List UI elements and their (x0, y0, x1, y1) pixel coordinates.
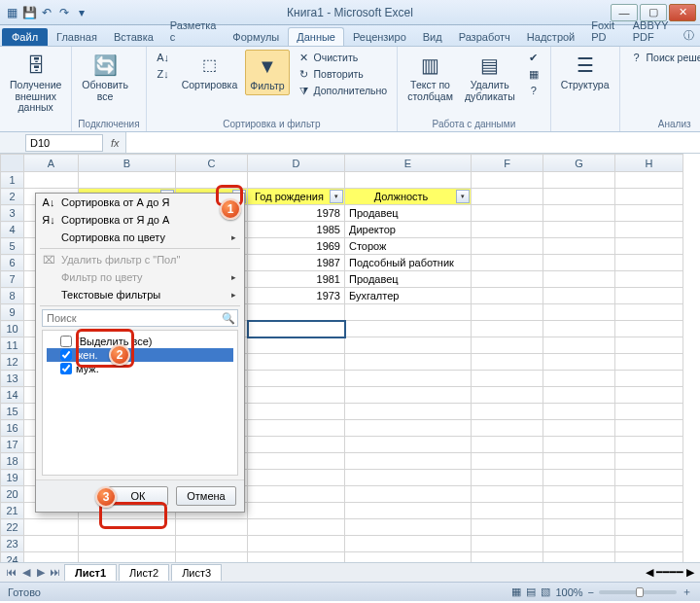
cell[interactable] (615, 304, 683, 321)
cell[interactable] (543, 371, 615, 387)
cell[interactable] (615, 255, 683, 271)
col-header[interactable]: B (79, 155, 176, 172)
cell[interactable] (615, 437, 683, 453)
cell[interactable] (615, 486, 683, 503)
row-header[interactable]: 4 (1, 222, 24, 238)
row-header[interactable]: 9 (1, 304, 24, 321)
cell[interactable] (472, 271, 543, 288)
cell[interactable] (615, 271, 683, 288)
refresh-all-button[interactable]: 🔄Обновить все (78, 50, 132, 104)
sort-za-button[interactable]: Z↓ (153, 66, 174, 82)
tab-data[interactable]: Данные (288, 27, 344, 46)
row-header[interactable]: 20 (1, 486, 24, 503)
tab-abbyy[interactable]: ABBYY PDF (625, 17, 677, 46)
cell[interactable]: Должность▾ (345, 189, 472, 205)
cell[interactable]: Год рождения▾ (248, 189, 345, 205)
cell[interactable] (176, 519, 248, 536)
reapply-filter-button[interactable]: ↻Повторить (294, 66, 392, 82)
cell[interactable] (472, 172, 543, 189)
col-header[interactable]: A (24, 155, 79, 172)
cell[interactable] (248, 470, 345, 486)
cell[interactable]: Продавец (345, 205, 472, 222)
cell[interactable] (543, 404, 615, 420)
cell[interactable] (345, 536, 472, 552)
row-header[interactable]: 10 (1, 321, 24, 337)
next-sheet-icon[interactable]: ▶ (33, 566, 48, 579)
cell[interactable] (615, 503, 683, 519)
cell[interactable] (176, 172, 248, 189)
whatif-button[interactable]: ? (523, 83, 544, 98)
col-header[interactable]: G (543, 155, 615, 172)
cell[interactable] (615, 387, 683, 404)
cell[interactable] (615, 470, 683, 486)
text-filters-item[interactable]: Текстовые фильтры▸ (36, 286, 244, 303)
cell[interactable] (345, 503, 472, 519)
clear-filter-button[interactable]: ✕Очистить (294, 50, 392, 65)
tab-formulas[interactable]: Формулы (225, 28, 287, 46)
cell[interactable] (543, 255, 615, 271)
filter-values-list[interactable]: (Выделить все) жен. муж. (42, 330, 238, 476)
cell[interactable] (79, 172, 176, 189)
col-header[interactable]: E (345, 155, 472, 172)
row-header[interactable]: 8 (1, 288, 24, 304)
cell[interactable] (79, 552, 176, 563)
validation-button[interactable]: ✔ (523, 50, 544, 65)
cell[interactable] (345, 172, 472, 189)
select-all-checkbox[interactable]: (Выделить все) (47, 335, 233, 348)
zoom-out-icon[interactable]: − (588, 586, 594, 598)
cell[interactable] (472, 536, 543, 552)
row-header[interactable]: 22 (1, 519, 24, 536)
cell[interactable] (543, 189, 615, 205)
cell[interactable] (543, 304, 615, 321)
cell[interactable] (472, 519, 543, 536)
cell[interactable] (345, 321, 472, 337)
tab-home[interactable]: Главная (49, 28, 105, 46)
cell[interactable] (472, 354, 543, 371)
outline-button[interactable]: ☰Структура (557, 50, 613, 93)
cell[interactable] (472, 288, 543, 304)
solver-button[interactable]: ?Поиск решения (626, 50, 700, 65)
cell[interactable] (248, 536, 345, 552)
filter-value-checkbox[interactable]: муж. (47, 362, 233, 375)
cell[interactable] (543, 552, 615, 563)
cell[interactable] (615, 420, 683, 437)
cell[interactable] (472, 404, 543, 420)
row-header[interactable]: 3 (1, 205, 24, 222)
row-header[interactable]: 15 (1, 404, 24, 420)
sort-az-item[interactable]: A↓Сортировка от А до Я (36, 194, 244, 211)
cell[interactable] (543, 420, 615, 437)
cell[interactable] (345, 337, 472, 354)
cell[interactable] (543, 172, 615, 189)
cell[interactable] (543, 470, 615, 486)
cell[interactable] (615, 321, 683, 337)
cell[interactable] (615, 288, 683, 304)
cell[interactable] (472, 470, 543, 486)
row-header[interactable]: 16 (1, 420, 24, 437)
tab-layout[interactable]: Разметка с (162, 17, 225, 46)
cell[interactable]: Продавец (345, 271, 472, 288)
cell[interactable] (248, 337, 345, 354)
cell[interactable] (615, 519, 683, 536)
formula-input[interactable] (125, 132, 700, 153)
cell[interactable] (24, 536, 79, 552)
col-header[interactable]: C (176, 155, 248, 172)
cell[interactable]: Бухгалтер (345, 288, 472, 304)
tab-view[interactable]: Вид (415, 28, 450, 46)
cell[interactable] (248, 503, 345, 519)
row-header[interactable]: 14 (1, 387, 24, 404)
advanced-filter-button[interactable]: ⧩Дополнительно (294, 83, 392, 98)
row-header[interactable]: 17 (1, 437, 24, 453)
cell[interactable] (472, 238, 543, 255)
cell[interactable] (472, 255, 543, 271)
cell[interactable] (345, 404, 472, 420)
cell[interactable] (615, 337, 683, 354)
cell[interactable] (24, 552, 79, 563)
cell[interactable] (543, 271, 615, 288)
cell[interactable] (248, 371, 345, 387)
sort-za-item[interactable]: Я↓Сортировка от Я до А (36, 211, 244, 229)
ok-button[interactable]: ОК (108, 486, 168, 506)
cell[interactable] (543, 503, 615, 519)
cell[interactable] (472, 189, 543, 205)
cell[interactable] (345, 437, 472, 453)
cell[interactable] (615, 536, 683, 552)
